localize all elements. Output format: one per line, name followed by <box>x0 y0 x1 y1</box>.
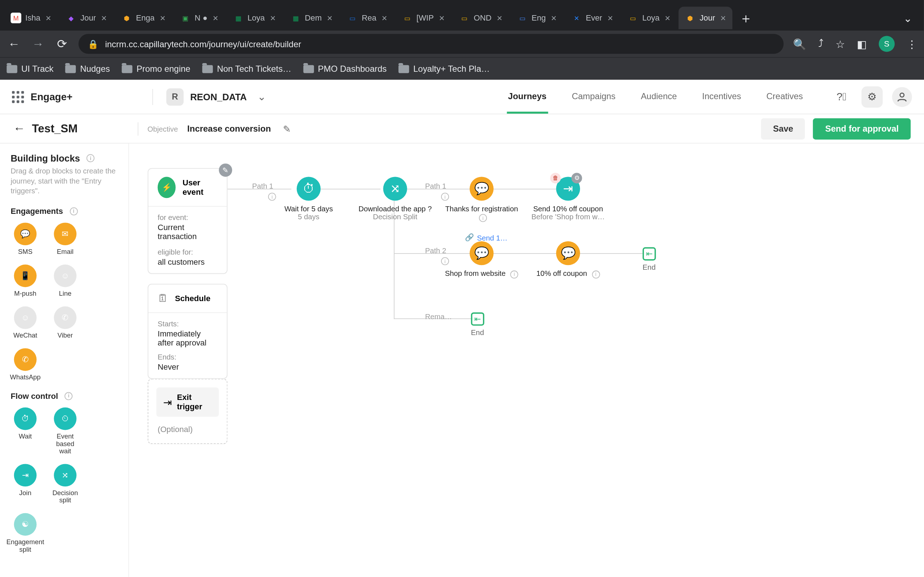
profile-avatar[interactable]: S <box>879 36 895 52</box>
node-shop[interactable]: 💬 Shop from website i <box>439 241 525 278</box>
block-whatsapp[interactable]: ✆WhatsApp <box>10 348 40 380</box>
sidepanel-icon[interactable]: ◧ <box>857 37 867 50</box>
close-icon[interactable]: × <box>46 13 51 23</box>
info-icon[interactable]: i <box>592 270 600 278</box>
browser-tab[interactable]: ▦Loya× <box>226 6 282 29</box>
close-icon[interactable]: × <box>607 13 613 23</box>
block-join[interactable]: ⇥Join <box>10 464 40 504</box>
value: Never <box>158 362 218 371</box>
node-wait[interactable]: ⏱ Wait for 5 days 5 days <box>265 177 352 221</box>
back-arrow-icon[interactable]: ← <box>13 121 25 135</box>
settings-icon[interactable]: ⚙ <box>861 86 883 108</box>
linked-reference[interactable]: 🔗 Send 1… <box>465 233 507 242</box>
delete-node-icon[interactable]: 🗑 <box>550 173 561 183</box>
push-icon: 📱 <box>14 264 37 287</box>
kebab-menu-icon[interactable]: ⋮ <box>907 37 917 50</box>
apps-grid-icon[interactable] <box>12 91 24 103</box>
node-10coupon[interactable]: 💬 10% off coupon i <box>525 241 611 278</box>
org-badge: R <box>166 88 184 105</box>
edit-card-icon[interactable]: ✎ <box>219 163 232 177</box>
edit-objective-icon[interactable]: ✎ <box>283 123 291 134</box>
help-icon[interactable]: ?⃝ <box>831 86 852 108</box>
journey-canvas[interactable]: Path 1 i Path 1 i Path 2 i Rema… ✎ ⚡ Use… <box>129 143 924 577</box>
tab-overflow-button[interactable]: ⌄ <box>895 11 920 24</box>
node-settings-icon[interactable]: ⚙ <box>571 173 582 183</box>
org-selector[interactable]: R REON_DATA ⌄ <box>166 88 267 105</box>
sheets-icon: ▦ <box>233 13 243 23</box>
browser-tab-active[interactable]: ⬢Jour× <box>678 6 732 29</box>
block-viber[interactable]: ✆Viber <box>50 306 80 338</box>
bookmark-folder[interactable]: UI Track <box>6 64 53 74</box>
objective-value: Increase conversion <box>187 124 271 134</box>
card-schedule[interactable]: 🗓 Schedule Starts: Immediately after app… <box>148 284 228 379</box>
bookmark-folder[interactable]: Nudges <box>65 64 110 74</box>
close-icon[interactable]: × <box>382 13 387 23</box>
browser-tab[interactable]: ▣N ●× <box>173 6 225 29</box>
block-decision-split[interactable]: ⤨Decision split <box>50 464 80 504</box>
exit-icon: ⇥ <box>163 396 172 409</box>
tab-strip: MIsha× ◆Jour× ⬢Enga× ▣N ●× ▦Loya× ▦Dem× … <box>0 0 924 31</box>
info-icon[interactable]: i <box>510 270 518 278</box>
value: Immediately after approval <box>158 329 218 348</box>
block-wait[interactable]: ⏱Wait <box>10 407 40 455</box>
browser-tab[interactable]: ▦Dem× <box>284 6 339 29</box>
share-icon[interactable]: ⤴ <box>818 38 824 50</box>
browser-tab[interactable]: ▭[WIP× <box>395 6 451 29</box>
end-icon: ⇤ <box>643 247 656 261</box>
nav-campaigns[interactable]: Campaigns <box>570 80 617 113</box>
user-menu[interactable] <box>892 87 912 107</box>
bookmark-folder[interactable]: Non Tech Tickets… <box>202 64 292 74</box>
block-mpush[interactable]: 📱M-push <box>10 264 40 297</box>
browser-tab[interactable]: MIsha× <box>4 6 58 29</box>
node-thanks[interactable]: 💬 Thanks for registration i <box>439 177 525 222</box>
node-decision[interactable]: ⤨ Downloaded the app ? Decision Split <box>352 177 439 221</box>
browser-tab[interactable]: ▭OND× <box>452 6 509 29</box>
block-email[interactable]: ✉Email <box>50 222 80 255</box>
save-button[interactable]: Save <box>761 118 805 139</box>
info-icon[interactable]: i <box>69 207 78 215</box>
card-user-event[interactable]: ✎ ⚡ User event for event: Current transa… <box>148 168 228 274</box>
info-icon[interactable]: i <box>87 154 95 162</box>
nav-incentives[interactable]: Incentives <box>701 80 743 113</box>
browser-tab[interactable]: ⬢Enga× <box>115 6 172 29</box>
browser-tab[interactable]: ▭Loya× <box>621 6 677 29</box>
reload-icon[interactable]: ⟳ <box>55 36 69 51</box>
bookmark-folder[interactable]: Loyalty+ Tech Pla… <box>399 64 490 74</box>
info-icon[interactable]: i <box>479 214 487 222</box>
node-send10[interactable]: 🗑 ⚙ ⇥ Send 10% off coupon Before 'Shop f… <box>525 177 611 221</box>
browser-tab[interactable]: ▭Eng× <box>510 6 564 29</box>
info-icon[interactable]: i <box>65 392 73 400</box>
sidebar-help: Drag & drop blocks to create the journey… <box>10 166 118 196</box>
block-line[interactable]: ☺Line <box>50 264 80 297</box>
close-icon[interactable]: × <box>213 13 218 23</box>
block-event-wait[interactable]: ⏲Event based wait <box>50 407 80 455</box>
bookmark-folder[interactable]: PMO Dashboards <box>303 64 386 74</box>
nav-audience[interactable]: Audience <box>640 80 678 113</box>
search-icon[interactable]: 🔍 <box>793 37 806 50</box>
close-icon[interactable]: × <box>102 13 107 23</box>
browser-tab[interactable]: ✕Ever× <box>564 6 620 29</box>
bookmark-folder[interactable]: Promo engine <box>122 64 191 74</box>
new-tab-button[interactable]: ＋ <box>734 9 758 27</box>
close-icon[interactable]: × <box>270 13 275 23</box>
block-wechat[interactable]: ☺WeChat <box>10 306 40 338</box>
close-icon[interactable]: × <box>720 13 726 23</box>
close-icon[interactable]: × <box>665 13 670 23</box>
browser-tab[interactable]: ▭Rea× <box>340 6 394 29</box>
close-icon[interactable]: × <box>497 13 502 23</box>
close-icon[interactable]: × <box>551 13 557 23</box>
address-bar[interactable]: 🔒 incrm.cc.capillarytech.com/journey/ui/… <box>78 34 783 54</box>
close-icon[interactable]: × <box>327 13 333 23</box>
nav-creatives[interactable]: Creatives <box>765 80 804 113</box>
browser-tab[interactable]: ◆Jour× <box>59 6 113 29</box>
block-engagement-split[interactable]: ☯Engagement split <box>10 513 40 553</box>
bookmark-star-icon[interactable]: ☆ <box>835 37 845 50</box>
close-icon[interactable]: × <box>160 13 165 23</box>
block-sms[interactable]: 💬SMS <box>10 222 40 255</box>
send-for-approval-button[interactable]: Send for approval <box>813 118 911 139</box>
close-icon[interactable]: × <box>439 13 444 23</box>
confluence-icon: ✕ <box>571 13 582 23</box>
nav-journeys[interactable]: Journeys <box>507 80 548 113</box>
back-icon[interactable]: ← <box>6 37 21 51</box>
card-exit-trigger[interactable]: ⇥ Exit trigger (Optional) <box>148 379 228 444</box>
